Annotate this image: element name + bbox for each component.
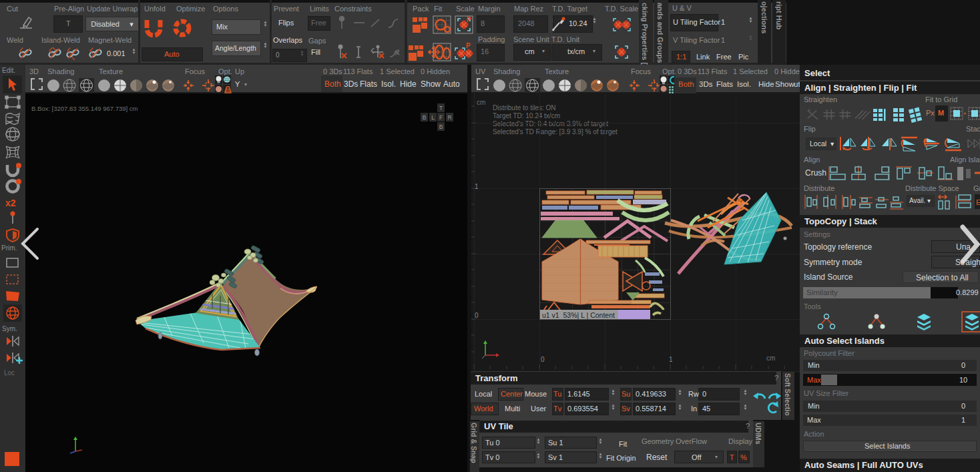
svg-text:P: P bbox=[466, 42, 471, 49]
svg-text:x2: x2 bbox=[5, 198, 16, 208]
svg-text:T: T bbox=[439, 105, 443, 111]
svg-text:L: L bbox=[431, 114, 435, 121]
svg-text:B: B bbox=[439, 124, 443, 130]
svg-text:F: F bbox=[439, 114, 443, 121]
svg-text:R: R bbox=[447, 114, 451, 121]
svg-text:B: B bbox=[423, 114, 427, 121]
svg-text:E: E bbox=[976, 198, 980, 206]
svg-text:P: P bbox=[467, 16, 471, 23]
